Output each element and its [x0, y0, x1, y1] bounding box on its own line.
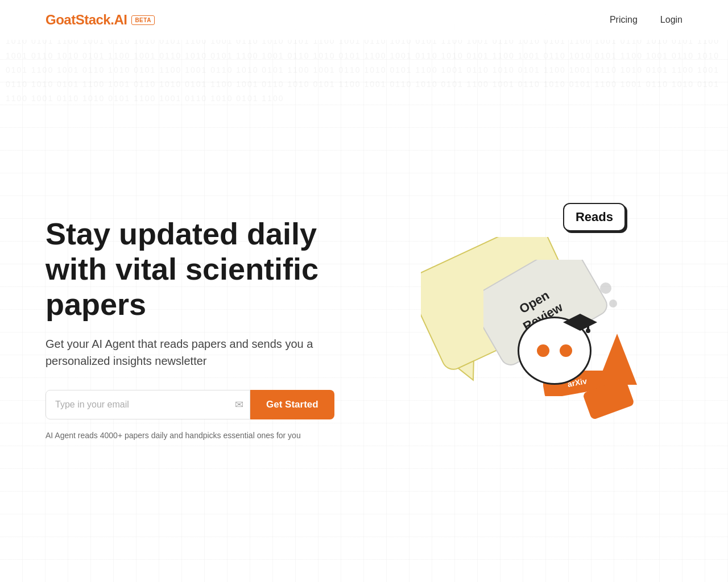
svg-marker-5	[597, 334, 637, 385]
logo-text[interactable]: GoatStack.AI	[46, 12, 127, 28]
email-input-wrapper: ✉	[46, 390, 250, 419]
graduation-hat	[563, 314, 597, 336]
hero-left: Stay updated daily with vital scientific…	[46, 182, 364, 440]
hero-section: Stay updated daily with vital scientific…	[0, 40, 728, 582]
illustration-container: Reads Open Review	[404, 192, 643, 430]
deco-circle-2	[609, 300, 617, 307]
caption-text: AI Agent reads 4000+ papers daily and ha…	[46, 431, 364, 440]
beta-badge: BETA	[131, 15, 154, 25]
navbar: GoatStack.AI BETA Pricing Login	[0, 0, 728, 40]
hero-subtitle: Get your AI Agent that reads papers and …	[46, 335, 341, 369]
email-form: ✉ Get Started	[46, 390, 364, 419]
login-link[interactable]: Login	[660, 15, 682, 25]
orange-pointer	[597, 334, 637, 385]
get-started-button[interactable]: Get Started	[250, 390, 334, 419]
svg-point-8	[586, 329, 590, 333]
svg-marker-6	[563, 314, 597, 331]
hero-title: Stay updated daily with vital scientific…	[46, 216, 364, 322]
mascot-eye-left	[537, 344, 549, 357]
mascot-face	[537, 344, 572, 357]
nav-links: Pricing Login	[610, 15, 682, 25]
hero-illustration: Reads Open Review	[364, 169, 682, 453]
mascot-eye-right	[560, 344, 572, 357]
reads-badge: Reads	[563, 203, 626, 231]
pricing-link[interactable]: Pricing	[610, 15, 638, 25]
logo-area: GoatStack.AI BETA	[46, 12, 155, 28]
email-input[interactable]	[46, 390, 250, 419]
